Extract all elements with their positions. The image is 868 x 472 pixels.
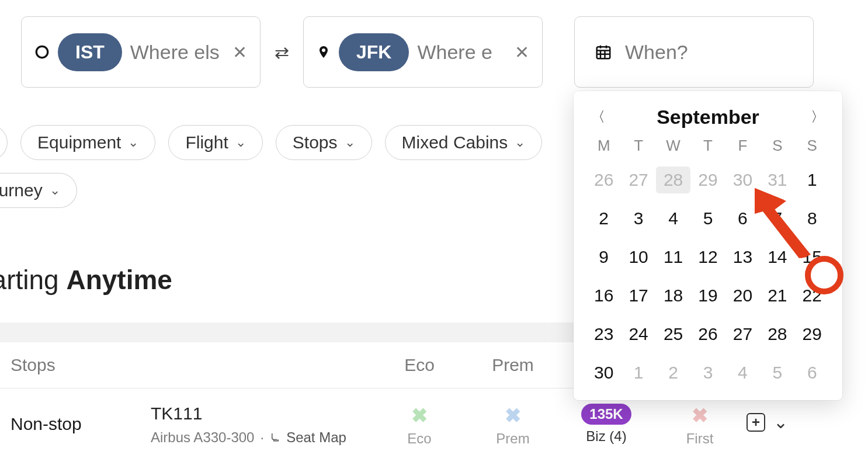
fare-eco[interactable]: ✖ Eco — [373, 404, 466, 447]
filter-chip-cut[interactable]: ⌄ — [0, 125, 8, 160]
col-stops: Stops — [11, 355, 151, 375]
seat-map-link[interactable]: Seat Map — [286, 429, 346, 446]
filter-stops-label: Stops — [293, 133, 338, 152]
calendar-popup: 〈 September 〉 MTWTFSS2627282930311234567… — [574, 91, 842, 400]
calendar-month-label: September — [657, 106, 759, 129]
fare-prem[interactable]: ✖ Prem — [466, 404, 560, 447]
calendar-day[interactable]: 12 — [690, 244, 725, 270]
filter-flight[interactable]: Flight⌄ — [168, 125, 262, 160]
calendar-day[interactable]: 14 — [760, 244, 794, 270]
calendar-icon — [595, 43, 612, 61]
calendar-next-button[interactable]: 〉 — [806, 105, 829, 129]
fare-prem-label: Prem — [466, 431, 560, 447]
calendar-dow: S — [760, 137, 794, 155]
filter-equipment-label: Equipment — [37, 133, 121, 152]
calendar-dow: S — [795, 137, 829, 155]
chevron-down-icon: ⌄ — [515, 135, 525, 150]
calendar-day[interactable]: 17 — [621, 282, 655, 309]
calendar-day[interactable]: 13 — [725, 244, 760, 270]
heading-bold: Anytime — [66, 265, 172, 295]
calendar-day[interactable]: 26 — [586, 166, 621, 193]
origin-clear-icon[interactable]: ✕ — [232, 42, 247, 63]
calendar-day[interactable]: 29 — [795, 321, 829, 348]
dot-separator: · — [260, 429, 264, 446]
calendar-day[interactable]: 8 — [795, 205, 829, 232]
seat-icon — [270, 429, 280, 446]
filter-journey-label: Journey — [0, 181, 43, 200]
calendar-day[interactable]: 24 — [621, 321, 655, 348]
calendar-day[interactable]: 2 — [656, 359, 690, 386]
calendar-day[interactable]: 3 — [690, 359, 725, 386]
calendar-day[interactable]: 7 — [760, 205, 794, 232]
x-icon: ✖ — [466, 404, 560, 427]
calendar-day[interactable]: 9 — [586, 244, 621, 270]
calendar-day[interactable]: 23 — [586, 321, 621, 348]
swap-icon[interactable]: ⇄ — [271, 42, 293, 63]
date-input-box[interactable]: When? — [574, 16, 814, 88]
filter-flight-label: Flight — [185, 133, 228, 152]
origin-input-box[interactable]: IST Where els ✕ — [21, 16, 261, 88]
destination-input-box[interactable]: JFK Where e ✕ — [303, 16, 543, 88]
date-placeholder: When? — [625, 41, 800, 64]
calendar-prev-button[interactable]: 〈 — [586, 105, 610, 129]
calendar-day[interactable]: 27 — [621, 166, 655, 193]
calendar-day[interactable]: 6 — [795, 359, 829, 386]
origin-chip[interactable]: IST — [58, 33, 122, 71]
filter-journey[interactable]: Journey⌄ — [0, 173, 77, 208]
aircraft-name: Airbus A330-300 — [151, 429, 254, 446]
calendar-day[interactable]: 10 — [621, 244, 655, 270]
calendar-day[interactable]: 5 — [690, 205, 725, 232]
destination-pin-icon — [317, 43, 331, 61]
calendar-day[interactable]: 19 — [690, 282, 725, 309]
calendar-day[interactable]: 1 — [795, 166, 829, 193]
expand-icon[interactable]: ⌄ — [773, 412, 788, 432]
fare-biz[interactable]: 135K Biz (4) — [560, 404, 653, 445]
fare-biz-label: Biz (4) — [560, 428, 653, 445]
calendar-day[interactable]: 31 — [760, 166, 794, 193]
calendar-day[interactable]: 6 — [725, 205, 760, 232]
x-icon: ✖ — [653, 404, 747, 427]
filter-equipment[interactable]: Equipment⌄ — [20, 125, 155, 160]
calendar-dow: M — [586, 137, 621, 155]
calendar-day[interactable]: 5 — [760, 359, 794, 386]
calendar-dow: W — [656, 137, 690, 155]
destination-chip[interactable]: JFK — [339, 33, 409, 71]
calendar-day[interactable]: 4 — [656, 205, 690, 232]
origin-circle-icon — [34, 44, 50, 60]
calendar-day[interactable]: 3 — [621, 205, 655, 232]
calendar-day[interactable]: 25 — [656, 321, 690, 348]
fare-first-label: First — [653, 431, 747, 447]
calendar-day[interactable]: 11 — [656, 244, 690, 270]
fare-first[interactable]: ✖ First — [653, 404, 747, 447]
calendar-day[interactable]: 22 — [795, 282, 829, 309]
destination-placeholder: Where e — [417, 41, 510, 64]
calendar-day[interactable]: 18 — [656, 282, 690, 309]
calendar-day[interactable]: 30 — [725, 166, 760, 193]
calendar-day[interactable]: 15 — [795, 244, 829, 270]
col-prem: Prem — [466, 355, 560, 375]
calendar-day[interactable]: 27 — [725, 321, 760, 348]
calendar-day[interactable]: 29 — [690, 166, 725, 193]
calendar-day[interactable]: 30 — [586, 359, 621, 386]
destination-clear-icon[interactable]: ✕ — [515, 42, 529, 63]
add-button[interactable]: + — [747, 413, 765, 432]
filter-mixed-label: Mixed Cabins — [402, 133, 508, 152]
calendar-day[interactable]: 16 — [586, 282, 621, 309]
calendar-day[interactable]: 28 — [656, 166, 690, 193]
biz-price-pill: 135K — [581, 404, 631, 425]
calendar-day[interactable]: 4 — [725, 359, 760, 386]
calendar-day[interactable]: 2 — [586, 205, 621, 232]
calendar-grid: MTWTFSS262728293031123456789101112131415… — [586, 137, 829, 386]
calendar-day[interactable]: 20 — [725, 282, 760, 309]
calendar-day[interactable]: 1 — [621, 359, 655, 386]
fare-eco-label: Eco — [373, 431, 466, 447]
col-eco: Eco — [373, 355, 466, 375]
calendar-day[interactable]: 28 — [760, 321, 794, 348]
filter-mixed-cabins[interactable]: Mixed Cabins⌄ — [385, 125, 543, 160]
svg-rect-1 — [597, 47, 610, 58]
calendar-day[interactable]: 21 — [760, 282, 794, 309]
filter-stops[interactable]: Stops⌄ — [276, 125, 372, 160]
cell-flight: TK111 Airbus A330-300 · Seat Map — [151, 404, 373, 446]
calendar-dow: T — [621, 137, 655, 155]
calendar-day[interactable]: 26 — [690, 321, 725, 348]
